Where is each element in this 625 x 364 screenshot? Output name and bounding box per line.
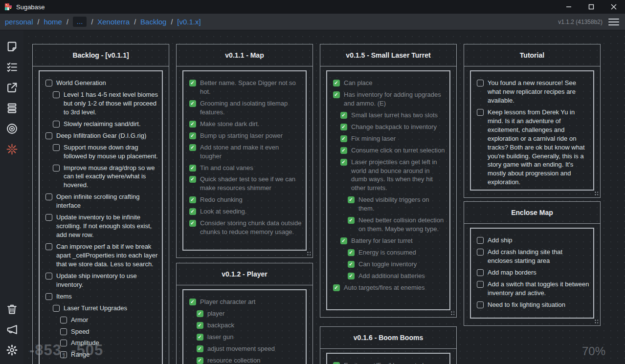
checkbox[interactable] [333,91,340,98]
breadcrumb-link[interactable]: ... [73,17,87,27]
checkbox[interactable] [189,132,196,139]
panel[interactable]: v0.1.1 - Map Better name. Space Digger n… [176,44,313,258]
stack-icon[interactable] [5,102,18,114]
checklist-item: Energy is consumed [333,248,446,257]
maximize-button[interactable] [580,0,603,14]
panel-header[interactable]: Tutorial [464,44,600,66]
checkbox[interactable] [197,345,203,352]
checkbox[interactable] [340,124,347,130]
checkbox[interactable] [60,317,67,323]
checklist-item: Add stone and make it even tougher [189,143,302,161]
settings-icon[interactable] [5,343,18,356]
panel[interactable]: Backlog - [v0.1.1] World Generation Leve… [32,44,169,364]
checkbox[interactable] [477,80,484,86]
resize-handle-icon[interactable] [450,310,454,316]
megaphone-icon[interactable] [5,323,18,336]
checkbox[interactable] [348,261,355,268]
checkbox[interactable] [333,362,340,364]
note-icon[interactable] [5,40,18,53]
minimize-button[interactable] [558,0,580,14]
checkbox[interactable] [348,196,355,203]
checkbox[interactable] [45,214,52,221]
menu-icon[interactable] [608,19,619,25]
checklist-item-label: You found a new resource! See what new r… [488,79,589,105]
checkbox[interactable] [45,193,52,200]
checkbox[interactable] [197,357,203,364]
checkbox[interactable] [348,217,355,224]
checkbox[interactable] [340,112,347,119]
checkbox[interactable] [477,109,484,116]
checkbox[interactable] [477,281,484,288]
checkbox[interactable] [333,284,340,291]
checkbox[interactable] [340,135,347,142]
checkbox[interactable] [340,147,347,154]
checkbox[interactable] [197,322,203,329]
resize-handle-icon[interactable] [306,251,311,256]
checklist-item-label: Consider storing chunk data outside chun… [200,219,302,236]
panel-header[interactable]: v0.1.2 - Player [177,263,312,285]
checkbox[interactable] [45,273,52,279]
checklist-item-label: Player character art [200,298,255,306]
checkbox[interactable] [189,121,196,128]
checkbox[interactable] [53,305,60,312]
checkbox[interactable] [45,293,52,300]
checkbox[interactable] [60,340,67,346]
checkbox[interactable] [189,80,196,86]
checkbox[interactable] [340,159,347,166]
panel-header[interactable]: v0.1.1 - Map [177,44,312,66]
checkbox[interactable] [60,328,67,335]
breadcrumb-link[interactable]: [v0.1.x] [177,18,201,26]
checkbox[interactable] [197,310,203,317]
checkbox[interactable] [189,208,196,215]
resize-handle-icon[interactable] [594,191,598,196]
breadcrumb-link[interactable]: home [44,18,62,26]
trash-icon[interactable] [5,302,18,315]
checkbox[interactable] [477,237,484,244]
target-icon[interactable] [5,122,18,135]
panel[interactable]: v0.1.2 - Player Player character art pla… [176,263,313,364]
checkbox[interactable] [348,249,355,256]
checkbox[interactable] [189,220,196,227]
checkbox[interactable] [348,273,355,279]
checkbox[interactable] [340,237,347,244]
checkbox[interactable] [45,132,52,139]
panel-header[interactable]: v0.1.6 - Boom Booms [320,327,456,349]
checkbox[interactable] [477,249,484,256]
resize-handle-icon[interactable] [594,319,598,324]
breadcrumb-link[interactable]: personal [5,18,33,26]
panel[interactable]: v0.1.5 - Small Laser Turret Can place Ha… [320,44,457,318]
panel-header[interactable]: Backlog - [v0.1.1] [33,44,169,66]
panel[interactable]: Enclose Map Add ship Add crash landing s… [464,201,601,326]
checkbox[interactable] [189,144,196,151]
breadcrumb-link[interactable]: Xenoterra [97,18,130,26]
checkbox[interactable] [189,299,196,305]
checkbox[interactable] [53,91,60,98]
checkbox[interactable] [197,334,203,341]
checkbox[interactable] [53,165,60,171]
checkbox[interactable] [60,351,67,358]
share-icon[interactable] [5,81,18,94]
checkbox[interactable] [333,80,340,86]
panel-header[interactable]: Enclose Map [464,202,600,224]
board-canvas[interactable]: -853, -505 70% Backlog - [v0.1.1] World … [23,30,625,364]
checkbox[interactable] [189,196,196,203]
checkbox[interactable] [477,269,484,276]
checkbox[interactable] [477,301,484,308]
checklist-item-label: Make stone dark dirt. [200,120,259,128]
panel[interactable]: Tutorial You found a new resource! See w… [464,44,601,198]
checklist-item: Consider storing chunk data outside chun… [189,219,302,236]
checkbox[interactable] [53,121,60,128]
panel[interactable]: v0.1.6 - Boom Booms Excitement/Fun/Unexp… [320,326,457,364]
checkbox[interactable] [45,80,52,86]
spark-icon[interactable] [5,143,18,155]
checkbox[interactable] [189,165,196,171]
checkbox[interactable] [53,144,60,151]
checkbox[interactable] [189,176,196,183]
checkbox[interactable] [189,100,196,107]
checklist-icon[interactable] [5,61,18,73]
panel-header[interactable]: v0.1.5 - Small Laser Turret [320,44,456,66]
checkbox[interactable] [45,243,52,250]
breadcrumb-link[interactable]: Backlog [140,18,166,26]
checklist-item: Need to fix lighting situation [477,300,589,309]
close-button[interactable] [603,0,625,14]
